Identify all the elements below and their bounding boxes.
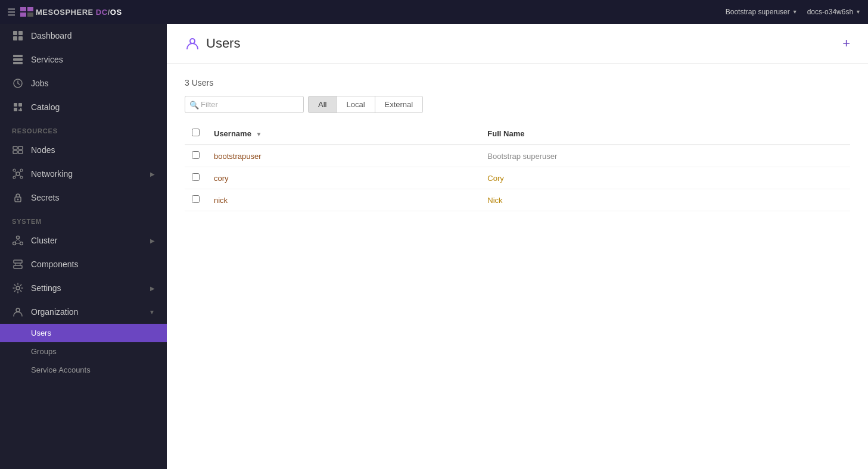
service-accounts-sub-label: Service Accounts <box>31 365 91 374</box>
dashboard-icon <box>12 30 24 42</box>
sidebar-item-services[interactable]: Services <box>0 48 167 71</box>
username-sort-icon[interactable]: ▼ <box>256 131 262 137</box>
table-row: coryCory <box>185 167 850 189</box>
sidebar-item-catalog[interactable]: Catalog <box>0 95 167 119</box>
svg-line-26 <box>15 171 16 173</box>
svg-rect-7 <box>18 36 23 40</box>
svg-rect-19 <box>18 146 23 149</box>
catalog-icon <box>12 101 24 113</box>
hamburger-icon[interactable]: ☰ <box>7 7 15 18</box>
nodes-label: Nodes <box>31 145 55 155</box>
resources-section-label: Resources <box>0 119 167 138</box>
groups-sub-label: Groups <box>31 347 57 356</box>
username-col-header: Username ▼ <box>207 123 480 145</box>
logo-text: MESOSPHERE DC/OS <box>36 8 122 17</box>
svg-point-33 <box>13 242 16 245</box>
mesosphere-logo-icon <box>20 7 33 17</box>
networking-label: Networking <box>31 169 73 179</box>
settings-icon <box>12 282 24 294</box>
organization-label: Organization <box>31 307 78 317</box>
filter-search-icon: 🔍 <box>189 100 199 109</box>
filter-input[interactable] <box>185 96 304 113</box>
svg-rect-13 <box>18 103 22 107</box>
svg-rect-2 <box>20 12 26 17</box>
svg-line-27 <box>20 171 21 173</box>
sidebar-item-jobs[interactable]: Jobs <box>0 71 167 95</box>
svg-rect-12 <box>14 103 17 107</box>
svg-line-35 <box>15 239 18 243</box>
select-all-checkbox[interactable] <box>192 129 200 136</box>
svg-rect-8 <box>13 55 23 57</box>
table-row: bootstrapuserBootstrap superuser <box>185 145 850 167</box>
svg-rect-0 <box>20 7 26 11</box>
logo-mesosphere: MESOSPHERE <box>36 8 96 17</box>
svg-rect-10 <box>13 62 23 64</box>
networking-icon <box>12 168 24 180</box>
system-section-label: System <box>0 210 167 229</box>
logo-os: OS <box>110 8 122 17</box>
catalog-label: Catalog <box>31 102 60 112</box>
sidebar-sub-item-users[interactable]: Users <box>0 324 167 342</box>
svg-rect-38 <box>14 260 22 263</box>
svg-line-29 <box>20 175 21 177</box>
top-navbar: ☰ MESOSPHERE DC/OS Bootstrap superuser ▼… <box>0 0 868 24</box>
organization-icon <box>12 306 24 318</box>
tab-all[interactable]: All <box>308 96 337 113</box>
svg-rect-5 <box>18 31 23 35</box>
superuser-chevron-icon: ▼ <box>792 9 798 15</box>
cluster-menu[interactable]: docs-o34w6sh ▼ <box>807 8 861 16</box>
sidebar-item-organization[interactable]: Organization ▼ <box>0 300 167 324</box>
row-checkbox[interactable] <box>192 173 200 181</box>
cluster-icon <box>12 234 24 246</box>
dashboard-label: Dashboard <box>31 31 72 40</box>
svg-rect-16 <box>18 110 22 111</box>
fullname-cell: Bootstrap superuser <box>480 145 850 167</box>
row-checkbox[interactable] <box>192 195 200 203</box>
select-all-th <box>185 123 207 145</box>
username-link[interactable]: bootstrapuser <box>214 152 262 161</box>
sidebar-item-secrets[interactable]: Secrets <box>0 186 167 210</box>
row-checkbox-cell <box>185 145 207 167</box>
svg-rect-9 <box>13 58 23 61</box>
cluster-label: docs-o34w6sh <box>807 8 853 16</box>
add-user-button[interactable]: + <box>842 36 850 51</box>
sidebar-item-networking[interactable]: Networking ▶ <box>0 162 167 186</box>
superuser-menu[interactable]: Bootstrap superuser ▼ <box>726 8 798 16</box>
table-head: Username ▼ Full Name <box>185 123 850 145</box>
username-cell: cory <box>207 167 480 189</box>
components-icon <box>12 258 24 270</box>
page-header: Users + <box>167 24 868 64</box>
users-table-body: bootstrapuserBootstrap superusercoryCory… <box>185 145 850 211</box>
content-area: 3 Users 🔍 All Local External <box>167 64 868 226</box>
fullname-col-header: Full Name <box>480 123 850 145</box>
sidebar-sub-item-groups[interactable]: Groups <box>0 342 167 361</box>
username-link[interactable]: cory <box>214 174 229 183</box>
sidebar-item-cluster[interactable]: Cluster ▶ <box>0 229 167 252</box>
settings-label: Settings <box>31 283 61 293</box>
sidebar-item-settings[interactable]: Settings ▶ <box>0 276 167 300</box>
services-icon <box>12 54 24 65</box>
username-cell: nick <box>207 189 480 211</box>
users-table: Username ▼ Full Name bootstrapuserBootst… <box>185 123 850 211</box>
sidebar-sub-item-service-accounts[interactable]: Service Accounts <box>0 361 167 379</box>
row-checkbox[interactable] <box>192 151 200 159</box>
sidebar-item-dashboard[interactable]: Dashboard <box>0 24 167 48</box>
svg-point-42 <box>16 286 20 290</box>
page-title: Users <box>206 36 240 51</box>
svg-point-43 <box>16 308 20 312</box>
app-layout: Dashboard Services Jobs <box>0 24 868 469</box>
jobs-label: Jobs <box>31 79 49 88</box>
table-header-row: Username ▼ Full Name <box>185 123 850 145</box>
superuser-label: Bootstrap superuser <box>726 8 790 16</box>
svg-rect-20 <box>18 151 23 154</box>
sidebar: Dashboard Services Jobs <box>0 24 167 469</box>
tab-local[interactable]: Local <box>336 96 375 113</box>
row-checkbox-cell <box>185 167 207 189</box>
networking-expand-icon: ▶ <box>150 171 155 177</box>
sidebar-item-components[interactable]: Components <box>0 252 167 276</box>
secrets-label: Secrets <box>31 193 59 202</box>
user-count-label: 3 Users <box>185 78 850 87</box>
sidebar-item-nodes[interactable]: Nodes <box>0 138 167 162</box>
tab-external[interactable]: External <box>375 96 424 113</box>
username-link[interactable]: nick <box>214 196 228 205</box>
